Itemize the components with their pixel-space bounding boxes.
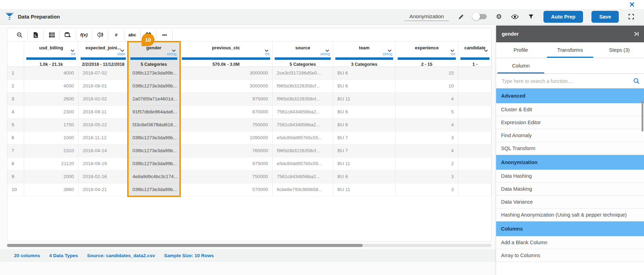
table-cell[interactable]: [458, 144, 492, 157]
chevron-down-icon[interactable]: [388, 47, 392, 52]
table-cell[interactable]: 2018-04-14: [78, 144, 128, 157]
table-cell[interactable]: 03f8c1273e3da99b...: [128, 144, 179, 157]
chevron-down-icon[interactable]: [120, 47, 124, 52]
chevron-down-icon[interactable]: [70, 47, 75, 52]
table-cell[interactable]: 4e8a9d9c4bc3c174...: [128, 170, 179, 183]
tab-column[interactable]: Column: [496, 58, 546, 73]
column-name[interactable]: previous_ctc: [180, 44, 272, 52]
table-cell[interactable]: f965d3b3226358cf...: [273, 144, 333, 157]
table-cell[interactable]: 7561c8434856ba2...: [273, 170, 333, 183]
database-edit-icon[interactable]: [60, 28, 76, 41]
preview-toggle[interactable]: [473, 14, 487, 19]
table-cell[interactable]: 2018-05-22: [78, 119, 128, 132]
table-cell[interactable]: 2018-04-21: [78, 183, 128, 196]
table-cell[interactable]: 15: [396, 67, 458, 80]
table-cell[interactable]: [458, 80, 492, 93]
save-button[interactable]: Save: [591, 11, 619, 23]
flow-name-field[interactable]: Anonymization: [404, 13, 448, 21]
table-cell[interactable]: BU 6: [333, 119, 395, 132]
function-icon[interactable]: f(x): [76, 28, 92, 41]
table-cell[interactable]: 2a0785fa71e4601d...: [128, 93, 179, 106]
function-item[interactable]: Find Anomaly: [496, 129, 644, 142]
auto-prep-button[interactable]: Auto Prep: [543, 11, 583, 23]
close-icon[interactable]: ✕: [629, 1, 635, 8]
table-cell[interactable]: f965d3b3226358cf...: [273, 80, 333, 93]
tab-steps-3[interactable]: Steps (3): [595, 42, 644, 58]
table-cell[interactable]: [458, 183, 492, 196]
table-cell[interactable]: f965d3b3226358cf...: [273, 93, 333, 106]
chevron-down-icon[interactable]: [172, 47, 176, 52]
category-header-advanced[interactable]: Advanced: [496, 89, 644, 103]
table-cell[interactable]: 2300: [24, 106, 78, 119]
column-header[interactable]: expected_joini...date2/2/2018 - 11/12/20…: [78, 42, 128, 67]
filter-icon[interactable]: [527, 13, 535, 21]
table-cell[interactable]: 3: [396, 170, 458, 183]
collapse-panel-icon[interactable]: [633, 31, 639, 36]
table-cell[interactable]: 4000: [24, 67, 78, 80]
fullscreen-icon[interactable]: [627, 13, 635, 21]
table-cell[interactable]: 7561c8434856ba2...: [273, 106, 333, 119]
table-cell[interactable]: 2018-08-19: [78, 157, 128, 170]
table-cell[interactable]: 03f8c1273e3da99b...: [128, 67, 179, 80]
search-icon[interactable]: [633, 78, 640, 86]
function-item[interactable]: Hashing Anonymization (Using salt & pepp…: [496, 209, 644, 221]
table-cell[interactable]: f33c8ef367fbbd616...: [128, 119, 179, 132]
table-cell[interactable]: 870000: [180, 106, 272, 119]
table-cell[interactable]: BU 7: [333, 144, 395, 157]
chevron-down-icon[interactable]: [484, 47, 488, 52]
table-cell[interactable]: e5dc80dd957b5c55...: [273, 157, 333, 170]
table-cell[interactable]: BU 6: [333, 80, 395, 93]
chevron-down-icon[interactable]: [265, 47, 269, 52]
table-cell[interactable]: 3: [396, 183, 458, 196]
table-cell[interactable]: BU 6: [333, 67, 395, 80]
chevron-down-icon[interactable]: [450, 47, 454, 52]
brain-icon[interactable]: [92, 28, 108, 41]
table-cell[interactable]: 4: [396, 144, 458, 157]
table-cell[interactable]: BU 11: [333, 93, 395, 106]
function-item[interactable]: Data Variance: [496, 196, 644, 209]
category-header-anonymization[interactable]: Anonymization: [496, 155, 644, 170]
function-item[interactable]: Add a Blank Column: [496, 236, 644, 249]
table-cell[interactable]: [458, 67, 492, 80]
table-cell[interactable]: BU 6: [333, 106, 395, 119]
table-cell[interactable]: 91f57db8e964ada6...: [128, 106, 179, 119]
table-cell[interactable]: 3860: [24, 183, 78, 196]
column-name[interactable]: candidate: [458, 44, 492, 52]
table-cell[interactable]: e5dc80dd957b5c55...: [273, 132, 333, 144]
table-cell[interactable]: 3: [396, 132, 458, 144]
table-cell[interactable]: 2018-09-11: [78, 106, 128, 119]
function-item[interactable]: Array to Columns: [496, 249, 644, 262]
table-cell[interactable]: 7561c8434856ba2...: [273, 119, 333, 132]
tab-profile[interactable]: Profile: [496, 42, 546, 58]
function-item[interactable]: Cluster & Edit: [496, 103, 644, 116]
table-cell[interactable]: 1750: [24, 119, 78, 132]
table-cell[interactable]: [458, 93, 492, 106]
table-cell[interactable]: 4: [396, 119, 458, 132]
edit-pencil-icon[interactable]: [457, 13, 465, 21]
table-cell[interactable]: 750000: [180, 170, 272, 183]
table-cell[interactable]: 975000: [180, 157, 272, 170]
function-item[interactable]: Data Hashing: [496, 170, 644, 183]
table-cell[interactable]: 4000: [24, 80, 78, 93]
table-cell[interactable]: 975000: [180, 93, 272, 106]
table-cell[interactable]: 765000: [180, 144, 272, 157]
table-cell[interactable]: 2310: [24, 144, 78, 157]
table-cell[interactable]: [458, 170, 492, 183]
table-cell[interactable]: 21120: [24, 157, 78, 170]
table-cell[interactable]: 2018-02-16: [78, 170, 128, 183]
column-header[interactable]: usd_billingint1.0k - 21.1k: [24, 42, 78, 67]
abc-icon[interactable]: abc: [124, 28, 140, 41]
column-name[interactable]: experience: [396, 44, 458, 52]
table-cell[interactable]: 570000: [180, 183, 272, 196]
table-cell[interactable]: 03f8c1273e3da99b...: [128, 157, 179, 170]
table-cell[interactable]: BU 6: [333, 170, 395, 183]
function-item[interactable]: Expression Editor: [496, 116, 644, 129]
table-cell[interactable]: 2018-07-02: [78, 67, 128, 80]
table-cell[interactable]: 03f8c1273e3da99b...: [128, 183, 179, 196]
function-item[interactable]: Data Masking: [496, 183, 644, 196]
zoom-search-icon[interactable]: [12, 28, 27, 41]
table-cell[interactable]: 750000: [180, 119, 272, 132]
column-header[interactable]: candidate1 -: [458, 42, 492, 67]
table-cell[interactable]: 6cbe8e793c989b58...: [273, 183, 333, 196]
sidebar-scrollbar-thumb[interactable]: [642, 101, 643, 132]
